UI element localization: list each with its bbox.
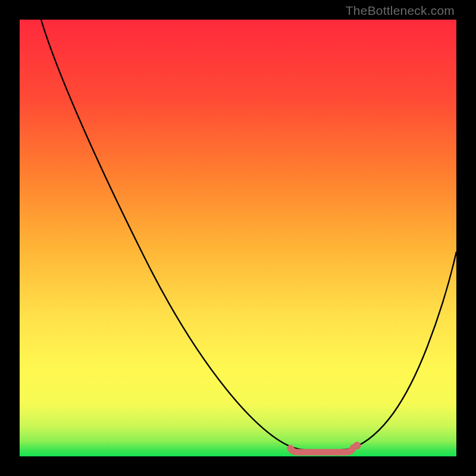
optimal-band-marker <box>290 447 353 452</box>
curve-left-branch <box>41 20 295 448</box>
plot-area <box>20 20 456 456</box>
watermark-label: TheBottleneck.com <box>346 4 455 18</box>
chart-frame: TheBottleneck.com <box>0 0 476 476</box>
bottleneck-curve <box>20 20 456 456</box>
optimal-point-dot <box>353 442 361 450</box>
curve-right-branch <box>353 252 456 448</box>
